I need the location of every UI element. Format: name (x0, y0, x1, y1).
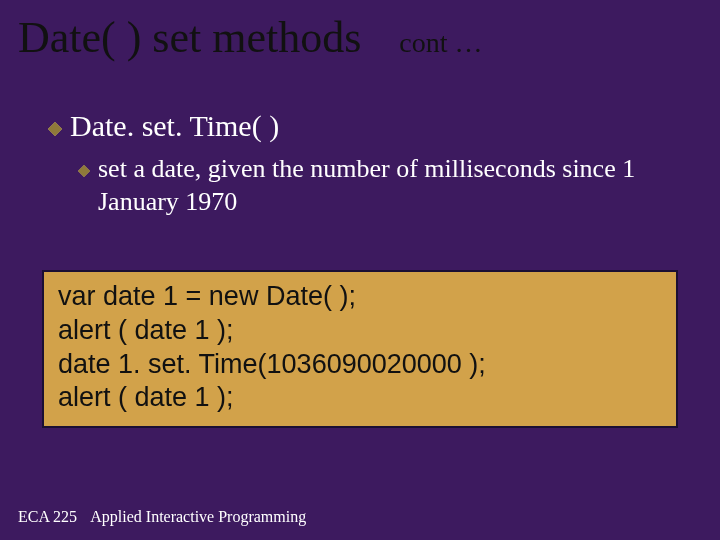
slide-title: Date( ) set methods (18, 12, 361, 63)
slide-cont: cont … (399, 27, 482, 59)
method-name-row: Date. set. Time( ) (48, 109, 720, 143)
svg-marker-1 (78, 165, 90, 177)
slide-footer: ECA 225 Applied Interactive Programming (18, 508, 306, 526)
svg-marker-0 (48, 122, 62, 136)
slide: Date( ) set methods cont … Date. set. Ti… (0, 0, 720, 540)
method-desc-row: set a date, given the number of millisec… (78, 153, 720, 218)
diamond-bullet-icon (48, 122, 62, 136)
slide-body: Date. set. Time( ) set a date, given the… (0, 63, 720, 218)
course-code: ECA 225 (18, 508, 77, 525)
code-line-4: alert ( date 1 ); (58, 381, 662, 415)
title-row: Date( ) set methods cont … (0, 0, 720, 63)
diamond-bullet-icon (78, 165, 90, 177)
code-example-box: var date 1 = new Date( ); alert ( date 1… (42, 270, 678, 428)
code-line-1: var date 1 = new Date( ); (58, 280, 662, 314)
method-desc: set a date, given the number of millisec… (98, 153, 688, 218)
code-line-3: date 1. set. Time(1036090020000 ); (58, 348, 662, 382)
code-line-2: alert ( date 1 ); (58, 314, 662, 348)
method-name: Date. set. Time( ) (70, 109, 279, 143)
course-title: Applied Interactive Programming (90, 508, 306, 525)
